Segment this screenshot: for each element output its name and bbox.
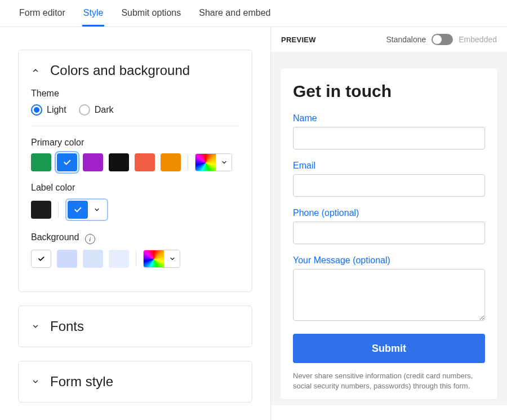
name-input[interactable] [293, 127, 485, 149]
section-colors-background: Colors and background Theme Light Dark P… [18, 50, 252, 292]
preview-label: PREVIEW [281, 36, 316, 44]
section-fonts[interactable]: Fonts [18, 306, 252, 347]
primary-color-swatches [31, 153, 239, 171]
bg-swatch-white[interactable] [31, 250, 51, 268]
radio-icon [31, 104, 42, 116]
theme-radio-light[interactable]: Light [31, 104, 66, 116]
tab-share-embed[interactable]: Share and embed [198, 0, 272, 26]
section-form-style[interactable]: Form style [18, 361, 252, 403]
chevron-down-icon [216, 154, 232, 171]
radio-label: Dark [95, 105, 114, 115]
label-swatch-black[interactable] [31, 201, 51, 219]
field-label-message: Your Message (optional) [293, 255, 485, 266]
chevron-up-icon [31, 66, 40, 75]
swatch-black[interactable] [109, 153, 129, 171]
label-picker-swatch [68, 201, 88, 219]
info-icon[interactable]: i [85, 234, 95, 244]
check-icon [37, 255, 45, 263]
primary-color-label: Primary color [31, 138, 239, 148]
tab-bar: Form editor Style Submit options Share a… [0, 0, 507, 27]
preview-form: Get in touch Name Email Phone (optional)… [280, 68, 498, 400]
field-label-email: Email [293, 161, 485, 171]
swatch-blue[interactable] [57, 153, 77, 171]
field-label-name: Name [293, 113, 485, 123]
theme-radio-dark[interactable]: Dark [79, 104, 114, 116]
label-color-swatches [31, 198, 239, 221]
theme-label: Theme [31, 89, 239, 99]
tab-form-editor[interactable]: Form editor [18, 0, 66, 26]
form-title: Get in touch [293, 82, 485, 101]
style-settings-pane: Colors and background Theme Light Dark P… [0, 27, 270, 420]
email-input[interactable] [293, 174, 485, 197]
check-icon [73, 205, 82, 214]
preview-pane: PREVIEW Standalone Embedded Get in touch… [270, 27, 507, 420]
swatch-orange[interactable] [161, 153, 181, 171]
radio-label: Light [47, 105, 66, 115]
chevron-down-icon [31, 322, 40, 331]
chevron-down-icon [31, 377, 40, 386]
bg-swatch-2[interactable] [57, 250, 77, 268]
section-title: Fonts [50, 319, 84, 334]
swatch-red[interactable] [135, 153, 155, 171]
check-icon [63, 158, 72, 167]
message-textarea[interactable] [293, 269, 485, 321]
preview-mode-embedded: Embedded [459, 35, 497, 44]
swatch-purple[interactable] [83, 153, 103, 171]
background-color-picker[interactable] [143, 250, 180, 268]
bg-swatch-3[interactable] [83, 250, 103, 268]
bg-swatch-4[interactable] [109, 250, 129, 268]
chevron-down-icon [88, 201, 106, 219]
swatch-green[interactable] [31, 153, 51, 171]
submit-button[interactable]: Submit [293, 334, 485, 363]
chevron-down-icon [164, 250, 180, 267]
phone-input[interactable] [293, 222, 485, 244]
label-color-label: Label color [31, 183, 239, 193]
preview-mode-toggle[interactable] [432, 34, 453, 45]
preview-mode-standalone: Standalone [386, 35, 426, 44]
section-title: Form style [50, 374, 113, 390]
section-header-colors[interactable]: Colors and background [31, 63, 239, 78]
rainbow-icon [144, 250, 164, 268]
tab-style[interactable]: Style [82, 0, 105, 26]
field-label-phone: Phone (optional) [293, 208, 485, 218]
background-swatches [31, 250, 239, 268]
rainbow-icon [195, 154, 216, 171]
form-disclaimer: Never share sensitive information (credi… [293, 371, 485, 391]
radio-icon [79, 104, 90, 116]
primary-color-picker[interactable] [195, 153, 232, 171]
section-title: Colors and background [50, 63, 190, 78]
tab-submit-options[interactable]: Submit options [120, 0, 182, 26]
label-color-picker[interactable] [65, 198, 108, 221]
background-label: Background i [31, 232, 239, 244]
